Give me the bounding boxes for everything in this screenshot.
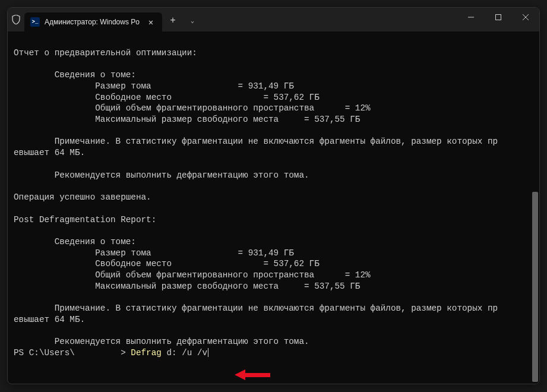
- tab-dropdown-button[interactable]: ⌄: [184, 11, 201, 30]
- close-window-button[interactable]: [512, 8, 539, 27]
- window-controls: [457, 8, 539, 27]
- new-tab-button[interactable]: +: [162, 11, 184, 30]
- tab-title: Администратор: Windows Po: [45, 18, 140, 26]
- svg-rect-1: [496, 15, 501, 20]
- powershell-icon: >_: [30, 17, 40, 27]
- terminal-output[interactable]: Отчет о предварительной оптимизации: Све…: [8, 31, 539, 384]
- shield-icon: [8, 8, 24, 31]
- terminal-window: >_ Администратор: Windows Po ✕ + ⌄ Отчет…: [7, 7, 540, 384]
- prompt-prefix: PS C:\Users\ >: [14, 348, 131, 358]
- command-name: Defrag: [131, 348, 166, 358]
- scrollbar[interactable]: [531, 31, 539, 384]
- command-args: d: /u /v: [166, 348, 207, 358]
- tab-active[interactable]: >_ Администратор: Windows Po ✕: [24, 12, 162, 31]
- text-cursor: [208, 348, 208, 357]
- maximize-button[interactable]: [485, 8, 512, 27]
- close-tab-button[interactable]: ✕: [146, 17, 156, 27]
- minimize-button[interactable]: [457, 8, 485, 27]
- titlebar: >_ Администратор: Windows Po ✕ + ⌄: [8, 8, 539, 31]
- scroll-thumb[interactable]: [532, 192, 538, 382]
- annotation-arrow: [235, 369, 270, 380]
- output-lines: Отчет о предварительной оптимизации: Све…: [14, 36, 533, 347]
